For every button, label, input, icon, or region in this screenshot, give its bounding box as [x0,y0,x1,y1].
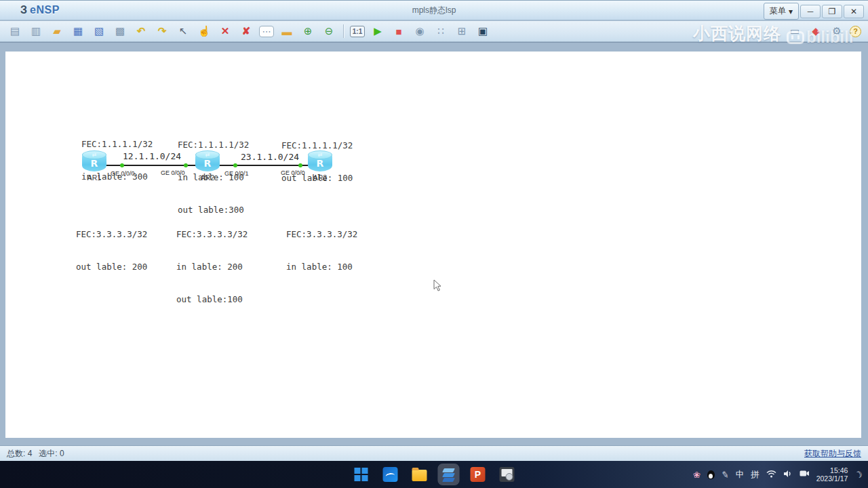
wifi-icon[interactable] [766,470,776,480]
router-name-label: AR2 [193,174,222,182]
close-button[interactable]: ✕ [844,5,864,18]
folder-icon [412,470,427,481]
batch-delete-button[interactable]: ✘ [238,24,254,39]
link-ar2-ar3[interactable] [218,165,311,166]
interface-toggle-button[interactable]: ∷ [433,24,449,39]
pan-button[interactable]: ☝ [196,24,212,39]
annotation-line: out lable:100 [176,294,248,305]
menu-button-label: 菜单 [770,5,786,17]
annotation-line: FEC:1.1.1.1/32 [81,139,153,150]
whiteboard-icon [383,467,398,482]
annotation-fec3-ar3[interactable]: FEC:3.3.3.3/32 in lable: 100 [286,207,357,294]
mouse-settings-button[interactable]: ▭ [787,24,803,39]
flower-tray-icon[interactable]: ❀ [693,470,701,480]
packet-capture-button[interactable]: ◉ [412,24,428,39]
system-tray: ❀ ✎ 中 拼 15:46 2023/1/17 [693,461,863,488]
windows-logo-icon [355,468,368,481]
link-endpoint-dot [298,163,302,167]
taskbar-app-whiteboard[interactable] [380,464,401,485]
save-as-button[interactable]: ▧ [91,24,107,39]
record-button[interactable]: ◆ [808,24,824,39]
router-name-label: AR1 [79,174,109,182]
menu-button[interactable]: 菜单 ▾ [764,3,799,20]
taskbar-app-recorder[interactable] [497,464,517,485]
zoom-in-button[interactable]: ⊕ [300,24,316,39]
console-button[interactable]: ▣ [475,24,491,39]
clock[interactable]: 15:46 2023/1/17 [816,466,848,483]
link-endpoint-dot [120,163,124,167]
annotation-line: FEC:3.3.3.3/32 [286,229,357,240]
grid-button[interactable]: ⊞ [454,24,470,39]
router-icon: ⇄ R [82,150,106,171]
toolbar-separator [343,24,344,38]
qq-tray-icon[interactable] [707,470,715,479]
start-button[interactable] [351,464,372,485]
zoom-out-button[interactable]: ⊖ [321,24,337,39]
router-name-label: AR3 [305,174,335,182]
annotation-line: in lable: 200 [176,262,248,272]
redo-button[interactable]: ↷ [154,24,170,39]
new-topology-button[interactable]: ▤ [7,24,23,39]
network-label: 23.1.1.0/24 [241,152,299,162]
taskbar-app-ensp[interactable] [439,464,459,485]
router-icon: ⇄ R [308,150,332,171]
router-letter: R [82,158,106,169]
stop-device-button[interactable]: ■ [391,24,407,39]
toolbar: ▤ ▥ ▰ ▦ ▧ ▩ ↶ ↷ ↖ ☝ ✕ ✘ ⋯ ▬ ⊕ ⊖ 1:1 ▶ ■ … [0,21,868,42]
ime-indicator[interactable]: 中 [736,469,745,481]
router-node-ar2[interactable]: ⇄ R AR2 [193,150,222,182]
actual-size-button[interactable]: 1:1 [350,26,365,37]
statusbar: 总数: 4 选中: 0 获取帮助与反馈 [0,445,868,461]
taskbar-app-powerpoint[interactable]: P [468,464,488,485]
select-button[interactable]: ↖ [175,24,191,39]
status-selected: 选中: 0 [39,448,64,460]
router-node-ar1[interactable]: ⇄ R AR1 [79,150,109,182]
restore-button[interactable]: ❐ [822,5,842,18]
tray-date: 2023/1/17 [816,474,848,483]
network-label: 12.1.1.0/24 [123,151,181,161]
topology-canvas[interactable]: FEC:1.1.1.1/32 in lable: 300 FEC:1.1.1.1… [5,52,861,438]
annotation-line: FEC:1.1.1.1/32 [178,140,249,150]
taskbar-app-explorer[interactable] [410,464,430,485]
annotation-line: FEC:3.3.3.3/32 [176,229,248,240]
open-button[interactable]: ▰ [49,24,65,39]
app-logo: Ɛ eNSP [20,4,60,16]
mouse-cursor-icon [433,279,441,295]
annotation-line: out lable: 200 [76,262,147,272]
undo-button[interactable]: ↶ [133,24,149,39]
help-feedback-link[interactable]: 获取帮助与反馈 [804,448,861,460]
link-ar1-ar2[interactable] [105,165,197,166]
router-letter: R [195,158,220,169]
pinyin-indicator[interactable]: 拼 [751,469,760,481]
shape-button[interactable]: ▬ [279,24,295,39]
recorder-icon [500,467,515,482]
router-letter: R [308,158,332,169]
ensp-icon [441,467,456,482]
do-not-disturb-icon[interactable]: ☽ [853,468,864,481]
help-button[interactable]: ? [850,26,861,37]
minimize-button[interactable]: ─ [800,5,821,18]
interface-label: GE 0/0/0 [161,169,185,176]
camera-icon[interactable] [800,470,810,479]
start-device-button[interactable]: ▶ [370,24,386,39]
annotation-fec3-ar1[interactable]: FEC:3.3.3.3/32 out lable: 200 [76,207,147,294]
annotation-button[interactable]: ⋯ [259,26,274,37]
pen-tray-icon[interactable]: ✎ [720,469,729,481]
interface-label: GE 0/0/1 [224,170,249,177]
volume-icon[interactable] [783,470,793,480]
taskbar: P ❀ ✎ 中 拼 [0,461,868,488]
link-endpoint-dot [233,163,237,167]
annotation-line: in lable: 100 [286,262,357,272]
options-button[interactable]: ⚙ [829,24,845,39]
delete-button[interactable]: ✕ [217,24,233,39]
annotation-fec3-ar2[interactable]: FEC:3.3.3.3/32 in lable: 200 out lable:1… [176,207,248,327]
router-icon: ⇄ R [195,150,220,171]
save-button[interactable]: ▦ [70,24,86,39]
tray-time: 15:46 [816,466,848,474]
titlebar: Ɛ eNSP mpls静态lsp 菜单 ▾ ─ ❐ ✕ [0,0,868,20]
router-node-ar3[interactable]: ⇄ R AR3 [305,150,335,182]
app-logo-text: eNSP [30,4,60,16]
print-button[interactable]: ▩ [112,24,128,39]
screen: { "window": { "logo": "eNSP", "logo_mark… [0,0,868,488]
new-exam-button[interactable]: ▥ [28,24,44,39]
